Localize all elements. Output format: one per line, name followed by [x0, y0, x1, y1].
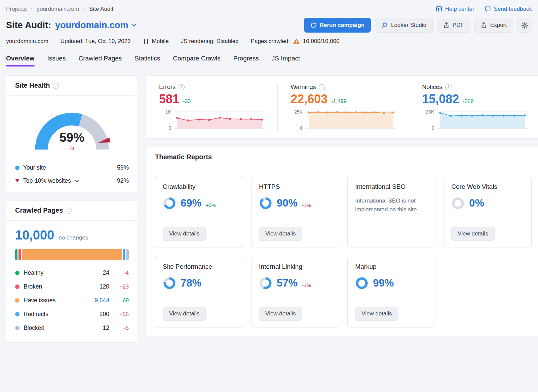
thematic-card-text: International SEO is not implemented on … [355, 197, 428, 214]
view-details-button[interactable]: View details [163, 227, 206, 241]
summary-label: Errors [159, 84, 176, 91]
have-issues-dot-icon [15, 298, 20, 303]
top10-websites-value: 92% [117, 177, 129, 184]
summary-count[interactable]: 581 [159, 92, 179, 106]
warning-icon [293, 38, 300, 45]
campaign-selector[interactable]: yourdomain.com [55, 20, 137, 31]
tab-issues[interactable]: Issues [47, 55, 66, 67]
tabs-row: OverviewIssuesCrawled PagesStatisticsCom… [6, 55, 532, 67]
crawled-pages-legend: Healthy24-4Broken120+23Have issues9,644-… [15, 266, 129, 335]
thematic-card-title: Site Performance [163, 263, 235, 270]
crawled-pages-row-redirects: Redirects200+55 [15, 307, 129, 321]
thematic-grid: Crawlability69%+5%View detailsHTTPS90%-1… [146, 167, 538, 337]
chevron-down-icon [75, 180, 79, 182]
blue-dot-icon [15, 166, 20, 170]
score-donut-icon [163, 276, 176, 290]
thematic-score[interactable]: 0% [469, 197, 484, 209]
thematic-delta: -1% [302, 202, 311, 208]
site-health-score: 59% [25, 131, 119, 144]
meta-device: Mobile [143, 38, 169, 45]
chevron-right-icon: › [83, 5, 85, 12]
looker-studio-button[interactable]: Looker Studio [375, 18, 433, 33]
thematic-score[interactable]: 78% [181, 277, 201, 289]
thematic-delta: -1% [302, 282, 311, 288]
summary-count[interactable]: 22,603 [291, 92, 328, 106]
info-icon[interactable]: i [445, 84, 451, 90]
tab-overview[interactable]: Overview [6, 55, 35, 67]
site-health-title: Site Health [15, 82, 50, 89]
crawled-pages-row-broken: Broken120+23 [15, 280, 129, 294]
breadcrumb-domain[interactable]: yourdomain.com [37, 6, 79, 12]
rerun-campaign-button[interactable]: Rerun campaign [304, 18, 371, 33]
page-title: Site Audit: [6, 20, 51, 31]
row-label: Healthy [24, 269, 43, 276]
thematic-score[interactable]: 99% [373, 277, 394, 289]
info-icon[interactable]: i [66, 208, 72, 214]
breadcrumb: Projects › yourdomain.com › Site Audit [6, 5, 113, 12]
row-value: 200 [83, 311, 109, 318]
thematic-card-core-web-vitals: Core Web Vitals0%View details [444, 176, 532, 248]
send-feedback-link[interactable]: Send feedback [485, 6, 532, 12]
healthy-dot-icon [15, 271, 20, 275]
view-details-button[interactable]: View details [259, 307, 302, 321]
y-min-label: 0 [431, 125, 434, 131]
top10-websites-row[interactable]: Top-10% websites 92% [15, 172, 129, 185]
top10-websites-label: Top-10% websites [23, 177, 71, 184]
thematic-card-title: Internal Linking [259, 263, 332, 270]
bar-segment-have-issues[interactable] [22, 249, 122, 260]
meta-updated: Updated: Tue, Oct 10, 2023 [61, 38, 131, 45]
bar-segment-redirects[interactable] [123, 249, 125, 260]
campaign-meta: yourdomain.com Updated: Tue, Oct 10, 202… [6, 38, 532, 45]
warnings-sparkline [306, 109, 396, 131]
row-label: Blocked [24, 324, 44, 332]
summary-label: Notices [422, 84, 442, 91]
your-site-row: Your site 59% [15, 161, 129, 172]
row-value[interactable]: 9,644 [83, 297, 109, 304]
notices-sparkline [437, 109, 528, 131]
summary-count[interactable]: 15,082 [422, 92, 459, 106]
info-icon[interactable]: i [179, 84, 185, 90]
view-details-button[interactable]: View details [451, 227, 494, 241]
red-triangle-icon [15, 179, 20, 183]
tab-statistics[interactable]: Statistics [134, 55, 160, 67]
bar-segment-healthy[interactable] [15, 249, 17, 260]
help-center-label: Help center [445, 6, 474, 12]
tab-crawled-pages[interactable]: Crawled Pages [78, 55, 122, 67]
export-icon [481, 22, 487, 29]
bar-segment-broken[interactable] [18, 249, 21, 260]
site-health-card: Site Health i 59% -3 Your [6, 75, 138, 192]
info-icon[interactable]: i [53, 83, 59, 89]
export-button[interactable]: Export [474, 18, 513, 33]
row-label: Broken [24, 283, 42, 290]
pdf-button[interactable]: PDF [437, 18, 470, 33]
chevron-right-icon: › [31, 5, 33, 12]
thematic-score[interactable]: 69% [181, 197, 201, 209]
tab-progress[interactable]: Progress [233, 55, 259, 67]
row-label: Redirects [24, 311, 48, 318]
view-details-button[interactable]: View details [355, 307, 398, 321]
tab-js-impact[interactable]: JS Impact [272, 55, 300, 67]
export-icon [443, 22, 449, 29]
summary-delta: -33 [183, 98, 191, 104]
site-health-legend: Your site 59% Top-10% websites 92% [15, 161, 129, 185]
bar-segment-blocked[interactable] [126, 249, 129, 260]
feedback-bubble-icon [485, 6, 491, 12]
settings-button[interactable] [517, 18, 532, 33]
tab-compare-crawls[interactable]: Compare Crawls [173, 55, 220, 67]
info-icon[interactable]: i [319, 84, 325, 90]
thematic-reports-card: Thematic Reports Crawlability69%+5%View … [146, 147, 538, 337]
thematic-score[interactable]: 57% [277, 277, 298, 289]
view-details-button[interactable]: View details [259, 227, 302, 241]
help-center-icon [436, 6, 442, 12]
help-center-link[interactable]: Help center [436, 6, 474, 12]
errors-sparkline [175, 109, 265, 131]
pdf-label: PDF [453, 22, 464, 29]
y-max-label: 23K [426, 109, 434, 115]
view-details-button[interactable]: View details [163, 307, 206, 321]
breadcrumb-projects[interactable]: Projects [6, 6, 27, 12]
gear-icon [521, 22, 528, 29]
row-value: 24 [83, 269, 109, 276]
issues-summary-grid: Errorsi581-331K0Warningsi22,603-1,49925K… [146, 75, 538, 139]
thematic-score[interactable]: 90% [277, 197, 298, 209]
thematic-card-crawlability: Crawlability69%+5%View details [155, 176, 243, 248]
